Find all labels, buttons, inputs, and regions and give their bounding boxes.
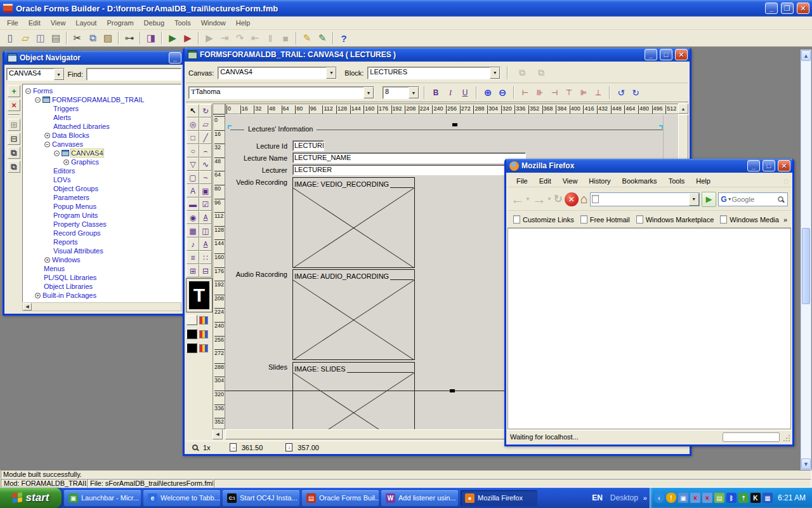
navigator-minimize-button[interactable]: _ [169, 52, 181, 64]
scroll-up-icon[interactable]: ▲ [801, 50, 811, 61]
ellipse-tool-icon[interactable]: ○ [187, 144, 199, 157]
firefox-menu-file[interactable]: File [511, 176, 533, 186]
text-item-lecture[interactable]: LECTURE [292, 140, 324, 151]
font-size-dropdown[interactable]: 8 ▼ [383, 86, 419, 99]
freehand-tool-icon[interactable]: ~ [199, 171, 212, 184]
menu-debug[interactable]: Debug [140, 18, 169, 28]
bookmark-windows-media[interactable]: Windows Media [718, 214, 781, 225]
browser-content[interactable] [508, 228, 791, 429]
menu-help[interactable]: Help [232, 18, 255, 28]
security-shield-icon[interactable]: ! [666, 493, 676, 503]
expand-all-icon[interactable]: ⧉ [8, 147, 20, 159]
expand-node-icon[interactable]: + [63, 159, 69, 165]
find-input[interactable] [86, 68, 181, 81]
chart-item-tool-icon[interactable]: ◫ [199, 224, 212, 237]
scroll-left-icon[interactable]: ◀ [23, 303, 32, 311]
tree-item-popup-menus[interactable]: Popup Menus [25, 202, 181, 211]
text-color-icon[interactable] [199, 344, 208, 352]
usb-icon[interactable]: ⇡ [738, 493, 749, 503]
align-left-icon[interactable]: ⊢ [519, 86, 532, 99]
firefox-menu-bookmarks[interactable]: Bookmarks [617, 176, 662, 186]
collapse-node-icon[interactable]: − [25, 88, 31, 94]
rotate-tool-icon[interactable]: ↻ [199, 104, 212, 117]
language-indicator[interactable]: EN [589, 492, 605, 504]
tree-item-record-groups[interactable]: Record Groups [25, 229, 181, 237]
stop-icon[interactable]: ✕ [565, 192, 579, 206]
sound-item-tool-icon[interactable]: ♪ [187, 237, 199, 251]
forward-icon[interactable]: → [532, 192, 546, 206]
search-magnifier-icon[interactable] [778, 196, 783, 202]
stacked-canvas-tool-icon[interactable]: ⊟ [199, 264, 212, 277]
compile-module-icon[interactable]: ◨ [143, 31, 159, 46]
collapse-icon[interactable]: ⊟ [8, 133, 20, 145]
magnify-tool-icon[interactable]: ◎ [187, 117, 199, 131]
menu-file[interactable]: File [3, 18, 23, 28]
minimize-button[interactable]: _ [765, 3, 778, 14]
canvas-maximize-button[interactable]: □ [660, 49, 672, 60]
push-button-tool-icon[interactable]: ▬ [187, 197, 199, 211]
select-tool-icon[interactable]: ↖ [187, 104, 199, 117]
chevron-down-icon[interactable]: ▼ [409, 87, 419, 98]
tree-item-visual-attributes[interactable]: Visual Attributes [25, 246, 181, 255]
tree-item-pl-sql-libraries[interactable]: PL/SQL Libraries [25, 273, 181, 282]
menu-tools[interactable]: Tools [170, 18, 195, 28]
arc-tool-icon[interactable]: ⌢ [199, 144, 212, 157]
canvas-close-button[interactable]: ✕ [675, 49, 688, 60]
selection-handle[interactable] [228, 125, 232, 129]
back-dropdown-icon[interactable]: ▼ [525, 196, 530, 202]
tree-item-windows[interactable]: +Windows [25, 255, 181, 264]
address-bar[interactable]: ▼ [590, 192, 700, 206]
kaspersky-icon[interactable]: K [750, 493, 761, 503]
menu-window[interactable]: Window [197, 18, 230, 28]
line-color-swatch[interactable] [187, 329, 197, 339]
rotate-ccw-icon[interactable]: ↺ [615, 86, 627, 99]
chevron-down-icon[interactable]: ▼ [326, 67, 336, 79]
canvas-dropdown[interactable]: CANVAS4 ▼ [218, 67, 337, 79]
paste-icon[interactable]: ▨ [100, 31, 115, 46]
resize-grip[interactable] [782, 434, 790, 441]
image-item-tool-icon[interactable]: ▦ [187, 224, 199, 237]
search-box[interactable]: G ▼ [718, 192, 788, 206]
align-center-icon[interactable]: ⊪ [534, 86, 546, 99]
firefox-menu-edit[interactable]: Edit [534, 176, 556, 186]
align-middle-icon[interactable]: ⊫ [577, 86, 590, 99]
tree-item-alerts[interactable]: Alerts [25, 113, 181, 122]
object-selector-dropdown[interactable]: CANVAS4 ▼ [6, 68, 65, 81]
checkbox-tool-icon[interactable]: ☑ [199, 197, 212, 211]
tree-item-attached-libraries[interactable]: Attached Libraries [25, 122, 181, 131]
bookmark-customize-links[interactable]: Customize Links [511, 214, 576, 225]
collapse-node-icon[interactable]: − [44, 142, 50, 147]
scroll-up-icon[interactable]: ▲ [678, 104, 688, 114]
print-icon[interactable]: ▤ [48, 31, 63, 46]
italic-button[interactable]: I [444, 86, 457, 99]
taskbar-button-cmd[interactable]: C:\Start OC4J Insta... [223, 490, 299, 506]
frame-tool-icon[interactable]: ▣ [199, 184, 212, 197]
collapse-node-icon[interactable]: − [35, 97, 41, 103]
run-form-icon[interactable]: ▶ [165, 31, 180, 46]
chevron-down-icon[interactable]: ▼ [490, 67, 500, 79]
text-color-swatch[interactable] [187, 343, 197, 353]
tree-item-canvases[interactable]: −Canvases [25, 140, 181, 149]
object-navigator-titlebar[interactable]: Object Navigator _ [4, 51, 183, 65]
collapse-node-icon[interactable]: − [54, 150, 60, 156]
network-icon[interactable]: ▣ [678, 493, 688, 503]
zoom-out-icon[interactable]: ⊖ [496, 86, 509, 99]
save-icon[interactable]: ◫ [33, 31, 48, 46]
bold-button[interactable]: B [429, 86, 442, 99]
firefox-menu-tools[interactable]: Tools [664, 176, 690, 186]
guide-handle[interactable] [452, 123, 457, 126]
tree-item-data-blocks[interactable]: +Data Blocks [25, 131, 181, 140]
align-right-icon[interactable]: ⊣ [548, 86, 561, 99]
align-bottom-icon[interactable]: ⊥ [592, 86, 605, 99]
reshape-tool-icon[interactable]: ▱ [199, 117, 212, 131]
background-window-scrollbar[interactable]: ▲ ▼ [801, 50, 811, 470]
firefox-menu-history[interactable]: History [584, 176, 615, 186]
start-button[interactable]: start [0, 488, 62, 508]
cut-icon[interactable]: ✂ [70, 31, 85, 46]
home-icon[interactable]: ⌂ [580, 192, 588, 206]
create-icon[interactable]: + [8, 85, 20, 97]
close-button[interactable]: ✕ [797, 3, 809, 14]
reload-icon[interactable]: ↻ [554, 192, 563, 206]
tree-item-object-libraries[interactable]: Object Libraries [25, 282, 181, 291]
go-icon[interactable]: ▶ [702, 192, 717, 207]
